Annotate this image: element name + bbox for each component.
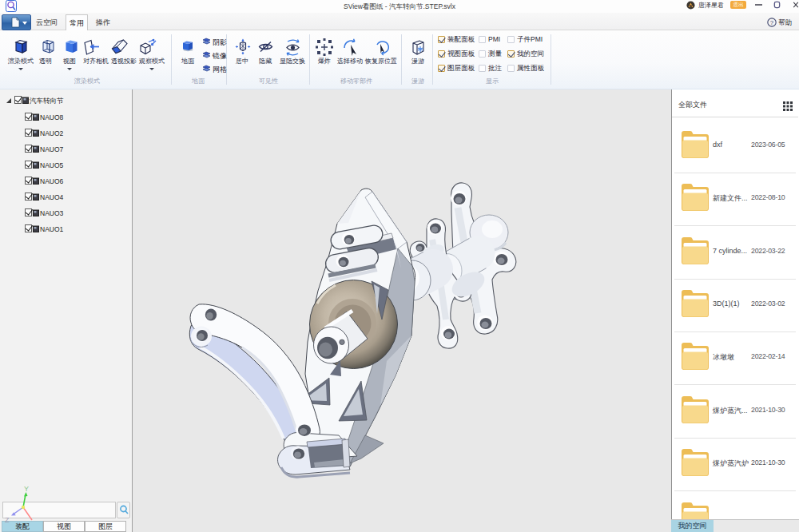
svg-text:Z: Z <box>5 516 10 524</box>
svg-text:?: ? <box>770 19 774 26</box>
svg-text:Y: Y <box>24 485 29 493</box>
